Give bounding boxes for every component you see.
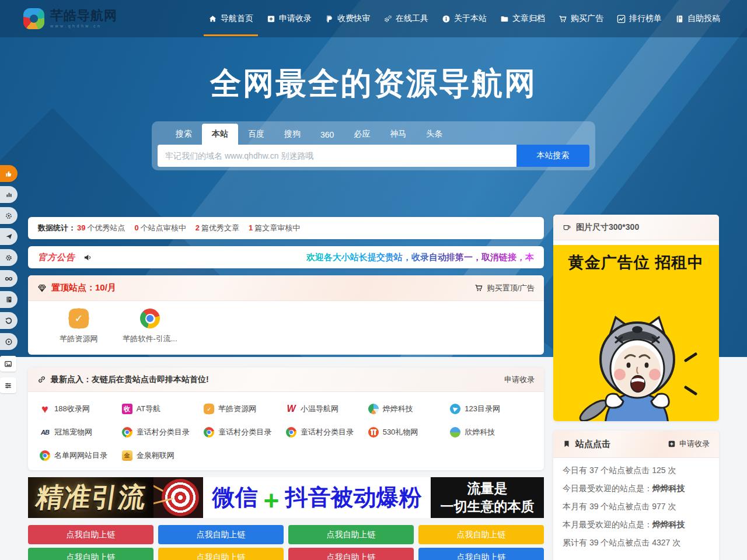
w-logo-icon	[286, 404, 296, 414]
stats-label: 数据统计：	[38, 223, 76, 233]
tab-engine-sogou[interactable]: 搜狗	[274, 124, 310, 145]
megaphone-icon	[83, 253, 92, 262]
dartboard-icon	[162, 479, 199, 516]
chrome-icon	[286, 427, 296, 438]
self-link-button[interactable]: 点我自助上链	[28, 548, 153, 560]
self-link-button[interactable]: 点我自助上链	[28, 525, 153, 544]
paper-plane-icon[interactable]	[0, 228, 18, 245]
ad-banner-wechat-douyin[interactable]: 微信 + 抖音被动爆粉	[203, 477, 431, 518]
address-book-icon[interactable]	[0, 291, 18, 308]
thumbs-up-icon[interactable]	[0, 165, 18, 182]
click-stat-line: 本月最受欢迎的站点是：烨烨科技	[563, 520, 710, 530]
play-circle-icon[interactable]	[0, 333, 18, 350]
link-item[interactable]: 金泉翱联网	[122, 444, 204, 467]
bookmark-icon	[563, 440, 571, 448]
link-item[interactable]: 188收录网	[40, 397, 122, 421]
click-stat-line: 今日有 37 个站点被点击 125 次	[563, 466, 710, 476]
link-item[interactable]: 123目录网	[450, 397, 532, 421]
infinity-icon[interactable]	[0, 270, 18, 287]
link-item[interactable]: 欣烨科技	[450, 421, 532, 444]
self-link-button[interactable]: 点我自助上链	[158, 525, 284, 544]
home-icon	[208, 15, 217, 23]
pinned-sites-card: 置顶站点：10/月 购买置顶/广告 芊皓资源网 芊皓软件-引流...	[28, 275, 544, 355]
link-item[interactable]: 小温导航网	[286, 397, 368, 421]
nav-item-submit[interactable]: 自助投稿	[675, 0, 720, 37]
link-item[interactable]: 烨烨科技	[368, 397, 451, 421]
nav-item-archive[interactable]: 文章归档	[500, 0, 545, 37]
gold-logo-icon	[122, 450, 132, 461]
chart-icon	[617, 15, 626, 23]
info-icon	[442, 15, 451, 23]
navbar: 芊皓导航网 www.qhdhw.cn 导航首页 申请收录 收费快审 在线工具 关…	[0, 0, 747, 37]
tab-engine-baidu[interactable]: 百度	[238, 124, 274, 145]
link-item[interactable]: 童话村分类目录	[122, 421, 204, 444]
tab-engine-bing[interactable]: 必应	[344, 124, 380, 145]
stat-item: 0个站点审核中	[134, 223, 186, 233]
apply-link[interactable]: 申请收录	[668, 439, 710, 449]
pinned-title: 置顶站点：10/月	[51, 282, 116, 293]
link-item[interactable]: 童话村分类目录	[204, 421, 286, 444]
announcement-bar: 官方公告 欢迎各大小站长提交贵站，收录自动排第一，取消链接，本	[28, 246, 544, 268]
tab-engine-shenma[interactable]: 神马	[380, 124, 416, 145]
link-icon	[37, 375, 46, 384]
stats-bar: 数据统计： 39个优秀站点 0个站点审核中 2篇优秀文章 1篇文章审核中	[28, 217, 544, 239]
ad-banner-dartboard[interactable]	[153, 477, 203, 518]
shou-badge-icon	[122, 404, 132, 414]
nav-item-tools[interactable]: 在线工具	[383, 0, 428, 37]
image-search-icon[interactable]	[0, 356, 16, 372]
self-link-button[interactable]: 点我自助上链	[418, 548, 544, 560]
self-link-button[interactable]: 点我自助上链	[288, 548, 414, 560]
clicks-stats-list: 今日有 37 个站点被点击 125 次 今日最受欢迎的站点是：烨烨科技 本月有 …	[553, 458, 719, 548]
self-link-button[interactable]: 点我自助上链	[418, 525, 544, 544]
ad-banner-traffic[interactable]: 精准引流	[28, 477, 153, 518]
pinned-site[interactable]: 芊皓软件-引流...	[114, 309, 186, 344]
gift-icon	[368, 427, 379, 438]
cart-icon	[558, 15, 567, 23]
paypal-icon	[325, 15, 334, 23]
link-item[interactable]: 芊皓资源网	[204, 397, 286, 421]
page-title: 全网最全的资源导航网	[0, 63, 747, 105]
tab-engine-local[interactable]: 本站	[202, 124, 238, 145]
search-input[interactable]	[158, 145, 516, 167]
gear-outline-icon[interactable]	[0, 207, 18, 224]
nav-item-apply[interactable]: 申请收录	[267, 0, 312, 37]
nav-item-about[interactable]: 关于本站	[442, 0, 487, 37]
gears-icon	[383, 15, 392, 23]
pinned-site[interactable]: 芊皓资源网	[43, 309, 114, 344]
folder-icon	[500, 15, 509, 23]
self-link-button[interactable]: 点我自助上链	[158, 548, 284, 560]
undo-icon[interactable]	[0, 312, 18, 329]
nav-item-rankings[interactable]: 排行榜单	[617, 0, 662, 37]
apply-link[interactable]: 申请收录	[504, 374, 535, 385]
search-button[interactable]: 本站搜索	[516, 145, 589, 167]
bar-chart-icon[interactable]	[0, 186, 18, 203]
nav-item-home[interactable]: 导航首页	[208, 0, 253, 37]
sliders-icon[interactable]	[0, 377, 16, 393]
link-item[interactable]: 冠旭宠物网	[40, 421, 122, 444]
gold-ad-banner[interactable]: 黄金广告位 招租中	[553, 245, 719, 421]
buy-pinned-link[interactable]: 购买置顶/广告	[474, 283, 535, 293]
chrome-icon	[140, 309, 160, 328]
clicks-title: 站点点击	[575, 439, 610, 450]
link-item[interactable]: 童话村分类目录	[286, 421, 368, 444]
link-item[interactable]: AT导航	[122, 397, 204, 421]
yeye-logo-icon	[368, 404, 379, 414]
book-icon	[675, 15, 684, 23]
tab-engine-360[interactable]: 360	[310, 125, 344, 145]
nav-item-buy-ads[interactable]: 购买广告	[558, 0, 603, 37]
pinwheel-logo-icon	[23, 8, 44, 29]
cup-icon	[563, 223, 571, 232]
tab-engine-toutiao[interactable]: 头条	[416, 124, 452, 145]
chrome-icon	[204, 427, 214, 438]
site-logo[interactable]: 芊皓导航网 www.qhdhw.cn	[23, 8, 117, 29]
latest-links-grid: 188收录网 AT导航 芊皓资源网 小温导航网 烨烨科技 123目录网 冠旭宠物…	[28, 392, 544, 467]
link-item[interactable]: 530礼物网	[368, 421, 451, 444]
self-link-button[interactable]: 点我自助上链	[288, 525, 414, 544]
site-clicks-card: 站点点击 申请收录 今日有 37 个站点被点击 125 次 今日最受欢迎的站点是…	[553, 430, 719, 560]
nav-item-paid-review[interactable]: 收费快审	[325, 0, 370, 37]
link-item[interactable]: 名单网网站目录	[40, 444, 122, 467]
cart-icon	[474, 284, 483, 292]
gear-icon[interactable]	[0, 249, 18, 266]
ad-banner-slogan[interactable]: 流量是 一切生意的本质	[431, 477, 544, 518]
click-stat-line: 累计有 39 个站点被点击 4327 次	[563, 538, 710, 548]
